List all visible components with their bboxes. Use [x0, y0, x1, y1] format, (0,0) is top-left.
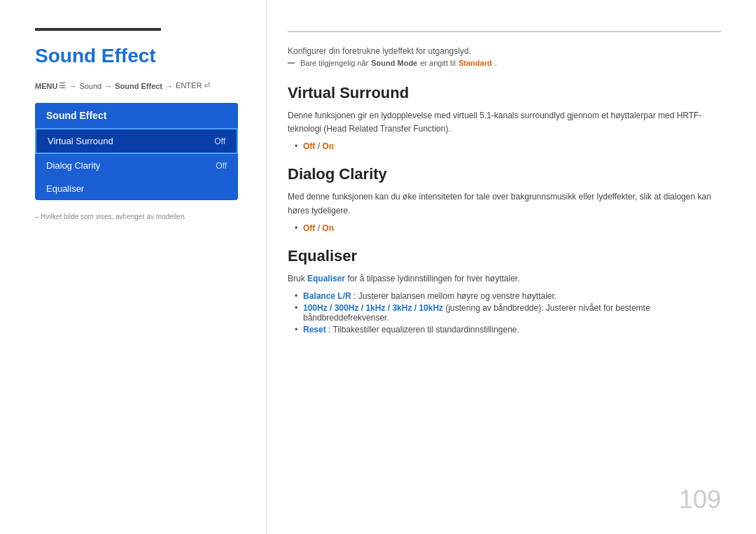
- menu-item-virtual-surround-label: Virtual Surround: [48, 136, 113, 146]
- breadcrumb-sep2: →: [104, 82, 112, 90]
- bullet-equaliser-hz: 100Hz / 300Hz / 1kHz / 3kHz / 10kHz (jus…: [295, 303, 721, 323]
- top-bar-left: [35, 28, 161, 31]
- intro-note-mid: er angitt til: [420, 59, 456, 67]
- menu-item-equaliser-label: Equaliser: [46, 183, 84, 194]
- section-body-dialog-clarity: Med denne funksjonen kan du øke intensit…: [288, 190, 721, 217]
- equaliser-reset-label: Reset: [303, 325, 326, 335]
- menu-item-dialog-clarity-value: Off: [216, 161, 227, 171]
- note-bar-icon: [288, 62, 295, 64]
- bullet-equaliser-reset: Reset : Tilbakestiller equalizeren til s…: [295, 325, 721, 335]
- intro-text: Konfigurer din foretrukne lydeffekt for …: [288, 46, 721, 56]
- intro-note-text: Bare tilgjengelig når: [300, 59, 368, 67]
- breadcrumb-sep3: →: [165, 82, 173, 90]
- bullet-equaliser-balance: Balance L/R : Justerer balansen mellom h…: [295, 291, 721, 301]
- bullet-list-virtual-surround: Off / On: [288, 141, 721, 151]
- equaliser-reset-text: : Tilbakestiller equalizeren til standar…: [328, 325, 519, 335]
- equaliser-balance-text: : Justerer balansen mellom høyre og vens…: [354, 291, 556, 301]
- dialog-clarity-on: On: [322, 223, 334, 233]
- top-bar-right: [288, 31, 721, 32]
- bullet-list-dialog-clarity: Off / On: [288, 223, 721, 233]
- left-column: Sound Effect MENU ☰ → Sound → Sound Effe…: [0, 0, 266, 534]
- menu-item-equaliser[interactable]: Equaliser: [35, 177, 238, 200]
- equaliser-link: Equaliser: [307, 274, 345, 283]
- breadcrumb-menu-symbol: ☰: [59, 81, 66, 90]
- section-title-dialog-clarity: Dialog Clarity: [288, 165, 721, 183]
- menu-item-dialog-clarity[interactable]: Dialog Clarity Off: [35, 154, 238, 177]
- menu-item-virtual-surround-value: Off: [214, 136, 225, 146]
- footnote: – Hvilket bilde som vises, avhenger av m…: [35, 213, 245, 220]
- bullet-dialog-clarity-offon: Off / On: [295, 223, 721, 233]
- intro-note-standard: Standard: [458, 59, 492, 67]
- bullet-list-equaliser: Balance L/R : Justerer balansen mellom h…: [288, 291, 721, 335]
- menu-item-virtual-surround[interactable]: Virtual Surround Off: [35, 128, 238, 154]
- breadcrumb-enter: ENTER ⏎: [176, 81, 210, 90]
- section-title-virtual-surround: Virtual Surround: [288, 84, 721, 102]
- intro-note-sound-mode: Sound Mode: [371, 59, 417, 67]
- breadcrumb-sound-effect: Sound Effect: [115, 82, 162, 90]
- bullet-virtual-surround-offon: Off / On: [295, 141, 721, 151]
- intro-note-period: .: [495, 59, 497, 67]
- breadcrumb-menu: MENU: [35, 82, 57, 90]
- equaliser-hz-label: 100Hz / 300Hz / 1kHz / 3kHz / 10kHz: [303, 303, 443, 313]
- virtual-surround-off: Off: [303, 141, 315, 151]
- equaliser-balance-label: Balance L/R: [303, 291, 351, 301]
- dialog-clarity-off: Off: [303, 223, 315, 233]
- page-title: Sound Effect: [35, 45, 245, 67]
- section-body-virtual-surround: Denne funksjonen gir en lydopplevelse me…: [288, 109, 721, 136]
- breadcrumb-sep1: →: [69, 82, 76, 90]
- menu-item-dialog-clarity-label: Dialog Clarity: [46, 160, 100, 171]
- page-number: 109: [679, 485, 721, 514]
- virtual-surround-on: On: [322, 141, 334, 151]
- section-title-equaliser: Equaliser: [288, 247, 721, 265]
- breadcrumb: MENU ☰ → Sound → Sound Effect → ENTER ⏎: [35, 81, 245, 90]
- intro-note: Bare tilgjengelig når Sound Mode er angi…: [288, 59, 721, 67]
- breadcrumb-sound: Sound: [79, 82, 102, 90]
- section-body-equaliser: Bruk Equaliser for å tilpasse lydinnstil…: [288, 272, 721, 286]
- menu-box: Sound Effect Virtual Surround Off Dialog…: [35, 103, 238, 200]
- menu-box-header: Sound Effect: [35, 103, 238, 128]
- right-column: Konfigurer din foretrukne lydeffekt for …: [266, 0, 756, 534]
